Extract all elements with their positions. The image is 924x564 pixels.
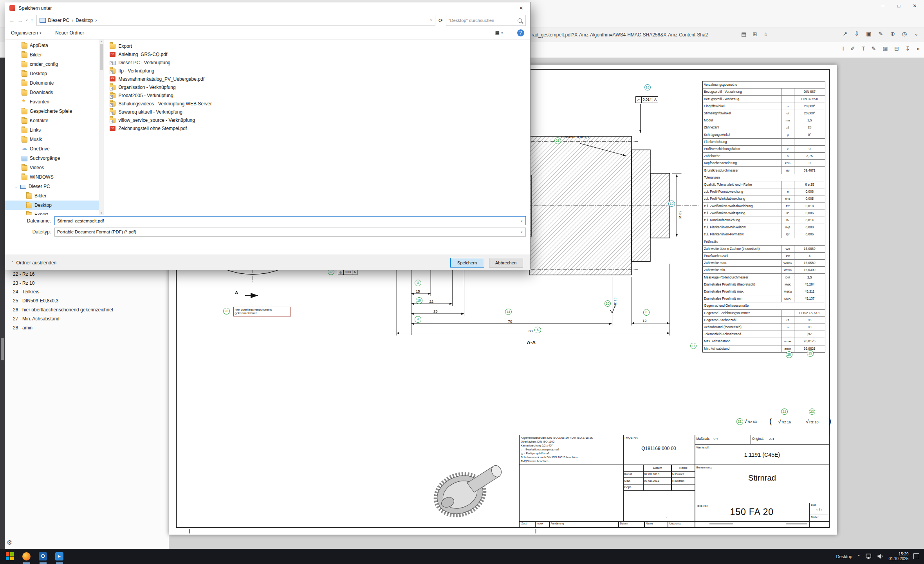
address-bar[interactable]: Dieser PC › Desktop › ˅ — [36, 15, 436, 26]
stamp-callout[interactable]: 27 — [690, 343, 697, 349]
stamp-list-item[interactable]: 22 - Rz 16 — [13, 270, 122, 279]
save-icon[interactable]: ▣ — [866, 31, 871, 37]
settings-gear-icon[interactable]: ⚙ — [7, 539, 13, 546]
tree-item[interactable]: WINDOWS — [5, 172, 99, 182]
address-dropdown-icon[interactable]: ˅ — [430, 18, 432, 22]
up-button[interactable]: ↑ — [31, 18, 33, 24]
stamp-callout[interactable]: 22 — [781, 409, 788, 415]
side-rail-handle[interactable] — [1, 338, 4, 360]
tree-item[interactable]: Downloads — [5, 88, 99, 97]
save-button[interactable]: Speichern — [450, 258, 484, 268]
stamp-list-item[interactable]: 28 - amin — [13, 323, 122, 332]
tree-item[interactable]: cmder_config — [5, 60, 99, 69]
refresh-button[interactable]: ⟳ — [439, 17, 443, 24]
file-item[interactable]: Prodat2005 - Verknüpfung — [110, 91, 528, 99]
taskbar-clock[interactable]: 15:29 01.10.2025 — [889, 552, 909, 561]
tree-item[interactable]: Gespeicherte Spiele — [5, 107, 99, 116]
bookmark-star-icon[interactable]: ☆ — [763, 31, 768, 37]
add-icon[interactable]: ⊕ — [890, 31, 895, 37]
breadcrumb-item[interactable]: Desktop — [76, 18, 93, 23]
filename-input[interactable]: Stirnrad_gestempelt.pdf ˅ — [54, 216, 526, 225]
network-icon[interactable] — [865, 553, 872, 559]
tree-item[interactable]: Bilder — [5, 50, 99, 60]
collapse-icon[interactable]: ⌄ — [914, 31, 919, 37]
stamp-callout[interactable]: 10 — [668, 201, 675, 207]
file-item[interactable]: viflow_service_source - Verknüpfung — [110, 116, 528, 124]
views-button[interactable]: ▦▾ — [495, 30, 503, 36]
image-tool-icon[interactable]: ▨ — [882, 45, 888, 52]
stamp-callout[interactable]: 26 — [223, 308, 230, 315]
highlighter-tool-icon[interactable]: ✐ — [850, 45, 855, 52]
tree-item[interactable]: Desktop — [5, 201, 99, 210]
hide-folders-link[interactable]: ⌃Ordner ausblenden — [5, 260, 56, 266]
filetype-select[interactable]: Portable Document Format (PDF) (*.pdf) ˅ — [54, 228, 526, 237]
history-dropdown-icon[interactable]: ˅ — [26, 18, 28, 22]
download-icon[interactable]: ⇩ — [854, 31, 859, 37]
tree-item[interactable]: Musik — [5, 135, 99, 144]
surface-note-stamp[interactable]: hier oberflaechenschonend gekennzeichnet — [233, 307, 291, 316]
dialog-titlebar[interactable]: Speichern unter ✕ — [5, 2, 530, 14]
filename-dropdown-icon[interactable]: ˅ — [518, 219, 526, 223]
stamp-callout[interactable]: 16 — [644, 84, 651, 91]
file-item[interactable]: Anleitung_GRS-CQ.pdf — [110, 50, 528, 58]
start-button[interactable] — [6, 552, 14, 560]
share-icon[interactable]: ↗ — [843, 31, 847, 37]
desktop-toolbar-label[interactable]: Desktop — [836, 554, 852, 559]
action-center-icon[interactable] — [913, 553, 919, 559]
back-button[interactable]: ← — [9, 18, 15, 24]
tree-item[interactable]: Kontakte — [5, 116, 99, 125]
scrollbar-thumb[interactable] — [100, 44, 103, 70]
breadcrumb-item[interactable]: Dieser PC — [48, 18, 70, 23]
file-item[interactable]: Dieser PC - Verknüpfung — [110, 58, 528, 67]
stamp-callout[interactable]: 14 — [505, 309, 512, 315]
select-tool-icon[interactable]: I — [843, 45, 844, 52]
tree-item[interactable]: AppData — [5, 41, 99, 50]
text-tool-icon[interactable]: T — [862, 45, 865, 52]
scroll-down-icon[interactable]: ▼ — [100, 212, 103, 214]
stamp-list-item[interactable]: 26 - hier oberflaechenschonend gekennzei… — [13, 306, 122, 315]
tree-item[interactable]: Export — [5, 210, 99, 215]
tree-item[interactable]: Desktop — [5, 69, 99, 78]
stamp-callout[interactable]: 5 — [534, 327, 541, 333]
stamp-callout[interactable]: 28 — [786, 351, 792, 358]
minimize-button[interactable]: ─ — [875, 0, 891, 12]
dialog-close-button[interactable]: ✕ — [513, 2, 530, 14]
file-item[interactable]: Suwareq aktuell - Verknüpfung — [110, 108, 528, 116]
tree-item[interactable]: Dieser PC — [5, 182, 99, 191]
taskbar-browser-icon[interactable] — [22, 552, 31, 560]
translate-icon[interactable]: ⊞ — [753, 31, 757, 37]
taskbar-mail-icon[interactable] — [39, 552, 47, 560]
stamp-list-item[interactable]: 27 - Min. Achsabstand — [13, 314, 122, 323]
file-item[interactable]: Organisation - Verknüpfung — [110, 83, 528, 91]
tree-item[interactable]: Links — [5, 125, 99, 135]
stamp-list-item[interactable]: 25 - DIN509-E0,8x0,3 — [13, 296, 122, 306]
stamp-list-item[interactable]: 23 - Rz 10 — [13, 278, 122, 287]
reader-mode-icon[interactable]: ▤ — [741, 31, 746, 37]
more-tools-icon[interactable]: » — [917, 45, 920, 52]
scroll-up-icon[interactable]: ▲ — [100, 40, 103, 43]
hidden-icons-caret[interactable]: ⌃ — [857, 554, 861, 559]
print-icon[interactable]: ⊟ — [894, 45, 899, 52]
file-item[interactable]: Massnahmenkatalog_PV_Uebergabe.pdf — [110, 75, 528, 83]
filetype-dropdown-icon[interactable]: ˅ — [518, 230, 526, 234]
tree-item[interactable]: OneDrive — [5, 144, 99, 154]
search-icon[interactable] — [518, 18, 522, 23]
stamp-callout[interactable]: 19 — [416, 297, 422, 304]
stamp-callout[interactable]: 20 — [605, 300, 611, 307]
stamp-list-item[interactable]: 24 - Teilkreis — [13, 287, 122, 296]
tree-item[interactable]: Videos — [5, 163, 99, 172]
stamp-callout[interactable]: 25 — [554, 137, 561, 144]
tree-item[interactable]: Favoriten — [5, 97, 99, 107]
tree-item[interactable]: Suchvorgänge — [5, 154, 99, 163]
breadcrumb-chevron-icon[interactable]: › — [95, 18, 97, 23]
file-item[interactable]: Schulungsvideos - Verknüpfung WEB Server — [110, 99, 528, 108]
file-item[interactable]: Zeichnungsteil ohne Stempel.pdf — [110, 124, 528, 132]
stamp-callout[interactable]: 3 — [415, 280, 421, 286]
stamp-callout[interactable]: 23 — [809, 409, 816, 415]
draw-tool-icon[interactable]: ✎ — [872, 45, 876, 52]
tree-scrollbar[interactable]: ▲▼ — [99, 40, 104, 215]
stamp-callout[interactable]: 21 — [736, 418, 743, 425]
window-close-button[interactable]: ✕ — [907, 0, 923, 12]
file-item[interactable]: Export — [110, 42, 528, 50]
new-folder-button[interactable]: Neuer Ordner — [55, 30, 84, 36]
